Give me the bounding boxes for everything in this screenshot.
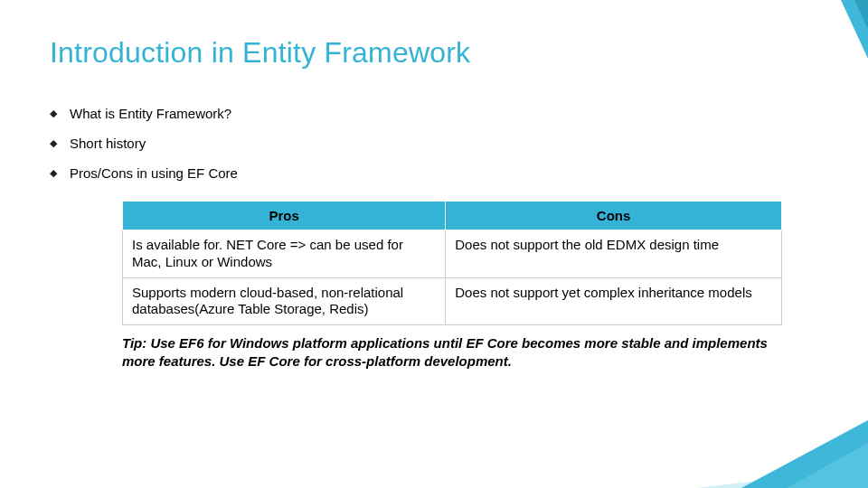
bullet-item: What is Entity Framework? [50, 106, 818, 121]
cell-pros: Supports modern cloud-based, non-relatio… [123, 277, 446, 325]
bullet-item: Short history [50, 136, 818, 151]
slide: Introduction in Entity Framework What is… [0, 0, 868, 488]
header-cons: Cons [446, 202, 782, 230]
cell-pros: Is available for. NET Core => can be use… [123, 230, 446, 278]
cell-cons: Does not support the old EDMX design tim… [446, 230, 782, 278]
pros-cons-table-wrap: Pros Cons Is available for. NET Core => … [122, 201, 782, 370]
header-pros: Pros [123, 202, 446, 230]
decoration-bottom-right [787, 443, 868, 488]
pros-cons-table: Pros Cons Is available for. NET Core => … [122, 201, 782, 325]
cell-cons: Does not support yet complex inheritance… [446, 277, 782, 325]
slide-title: Introduction in Entity Framework [50, 36, 818, 70]
decoration-top-right [854, 0, 868, 29]
table-row: Supports modern cloud-based, non-relatio… [123, 277, 782, 325]
tip-text: Tip: Use EF6 for Windows platform applic… [122, 334, 782, 370]
table-row: Is available for. NET Core => can be use… [123, 230, 782, 278]
bullet-list: What is Entity Framework? Short history … [50, 106, 818, 181]
table-header-row: Pros Cons [123, 202, 782, 230]
bullet-item: Pros/Cons in using EF Core [50, 165, 818, 181]
